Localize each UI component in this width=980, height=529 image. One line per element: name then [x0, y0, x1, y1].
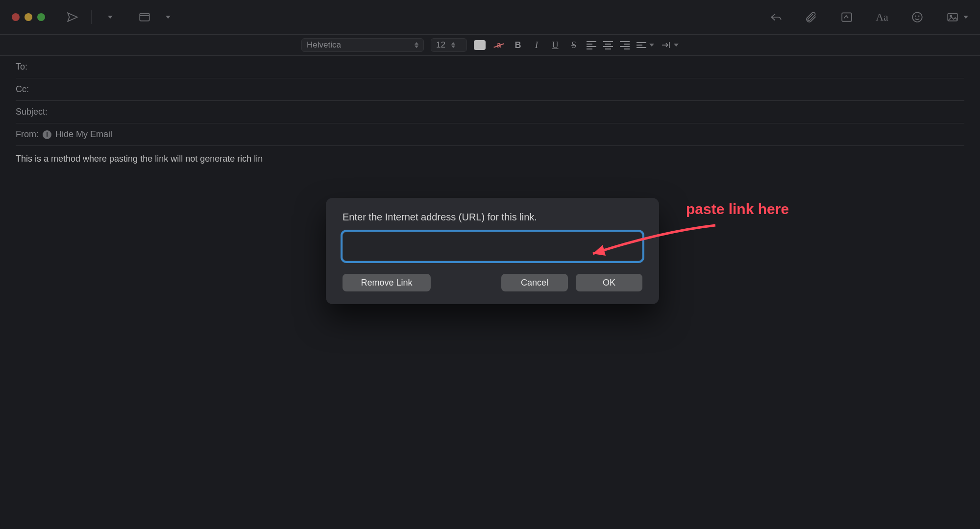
- stepper-icon: [451, 42, 455, 48]
- strikethrough-button[interactable]: S: [568, 40, 580, 50]
- dialog-buttons: Remove Link Cancel OK: [343, 274, 642, 291]
- from-label: From:: [16, 129, 39, 140]
- svg-point-2: [912, 12, 922, 22]
- dialog-prompt: Enter the Internet address (URL) for thi…: [343, 212, 642, 223]
- underline-button[interactable]: U: [549, 40, 561, 50]
- message-headers: To: Cc: Subject: From: i Hide My Email: [0, 56, 980, 146]
- zoom-window-button[interactable]: [37, 13, 45, 21]
- cc-label: Cc:: [16, 84, 29, 95]
- annotation-text: paste link here: [686, 201, 789, 217]
- from-value: Hide My Email: [55, 129, 112, 140]
- stepper-icon: [415, 42, 418, 48]
- send-icon[interactable]: [65, 9, 80, 25]
- close-window-button[interactable]: [12, 13, 20, 21]
- text-color-swatch[interactable]: [474, 40, 486, 50]
- to-label: To:: [16, 62, 27, 72]
- reply-icon[interactable]: [768, 9, 784, 25]
- message-body[interactable]: This is a method where pasting the link …: [0, 146, 980, 172]
- photo-browser-icon: [945, 9, 960, 25]
- body-text: This is a method where pasting the link …: [16, 154, 263, 164]
- text-color-strike-icon[interactable]: a: [492, 40, 505, 50]
- titlebar: Aa: [0, 0, 980, 34]
- chevron-down-icon[interactable]: [102, 9, 118, 25]
- bold-button[interactable]: B: [512, 40, 524, 50]
- minimize-window-button[interactable]: [24, 13, 32, 21]
- format-icon[interactable]: Aa: [874, 9, 890, 25]
- font-family-select[interactable]: Helvetica: [301, 38, 424, 52]
- list-style-button[interactable]: [637, 42, 654, 48]
- chevron-down-icon: [963, 16, 968, 19]
- from-field[interactable]: From: i Hide My Email: [16, 123, 964, 146]
- remove-link-button[interactable]: Remove Link: [343, 274, 431, 291]
- url-input[interactable]: [343, 232, 642, 261]
- ok-button[interactable]: OK: [576, 274, 642, 291]
- mail-compose-window: Aa Helvetica 12 a B I U: [0, 0, 980, 529]
- toolbar-right-group: Aa: [768, 9, 968, 25]
- template-icon[interactable]: [137, 9, 152, 25]
- insert-link-dialog: Enter the Internet address (URL) for thi…: [326, 198, 659, 304]
- align-right-button[interactable]: [620, 41, 630, 49]
- info-icon: i: [43, 130, 51, 139]
- chevron-down-icon: [674, 44, 679, 47]
- subject-label: Subject:: [16, 107, 48, 117]
- cc-field[interactable]: Cc:: [16, 78, 964, 101]
- toolbar-separator: [91, 10, 92, 24]
- chevron-down-icon: [649, 44, 654, 47]
- subject-field[interactable]: Subject:: [16, 101, 964, 123]
- window-controls: [12, 13, 45, 21]
- cancel-button[interactable]: Cancel: [501, 274, 568, 291]
- emoji-icon[interactable]: [909, 9, 925, 25]
- from-value-pill[interactable]: i Hide My Email: [43, 129, 112, 140]
- chevron-down-icon[interactable]: [160, 9, 176, 25]
- font-size-select[interactable]: 12: [431, 38, 467, 52]
- font-family-value: Helvetica: [307, 40, 341, 50]
- paperclip-icon[interactable]: [804, 9, 819, 25]
- svg-rect-1: [842, 13, 852, 21]
- svg-point-3: [915, 16, 916, 16]
- svg-rect-0: [140, 13, 149, 21]
- photo-browser-button[interactable]: [945, 9, 968, 25]
- markup-icon[interactable]: [839, 9, 855, 25]
- align-center-button[interactable]: [603, 41, 613, 49]
- indent-button[interactable]: [661, 41, 679, 49]
- italic-button[interactable]: I: [531, 40, 542, 50]
- align-left-button[interactable]: [587, 41, 596, 49]
- to-field[interactable]: To:: [16, 56, 964, 78]
- svg-point-4: [919, 16, 919, 16]
- font-size-value: 12: [436, 40, 445, 50]
- format-bar: Helvetica 12 a B I U S: [0, 34, 980, 56]
